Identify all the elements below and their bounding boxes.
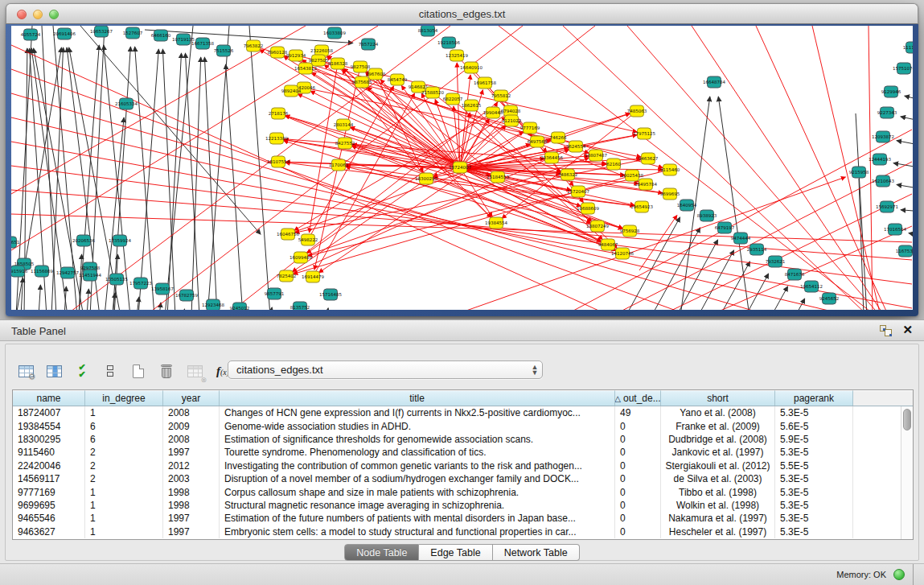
graph-node-label: 10688609 bbox=[577, 206, 599, 211]
graph-node-label: 7857224 bbox=[359, 42, 379, 47]
tab-network-table[interactable]: Network Table bbox=[493, 544, 580, 561]
zoom-button[interactable] bbox=[49, 10, 59, 19]
graph-node-label: 1111234 bbox=[903, 45, 913, 50]
table-toolbar: ⚙ ✔✔ ⊗ f(x) bbox=[17, 359, 242, 383]
graph-node-label: 16099489 bbox=[290, 255, 312, 260]
new-table-icon[interactable] bbox=[129, 361, 147, 381]
column-header-title[interactable]: title bbox=[220, 390, 615, 406]
graph-node-label: 9756928 bbox=[620, 229, 640, 233]
cell-year: 2009 bbox=[163, 419, 220, 432]
table-row[interactable]: 946362711997Embryonic stem cells: a mode… bbox=[13, 525, 913, 538]
table-row[interactable]: 1830029562008Estimation of significance … bbox=[13, 433, 913, 446]
column-header-year[interactable]: year bbox=[163, 390, 220, 406]
graph-node-label: 1527607 bbox=[123, 31, 143, 35]
graph-node-label: 8186328 bbox=[328, 61, 348, 66]
table-row[interactable]: 1872400712008Changes of HCN gene express… bbox=[13, 406, 913, 419]
network-view-frame: 1872400779638228960128891293423226058982… bbox=[6, 24, 918, 316]
table-row[interactable]: 911546021997Tourette syndrome. Phenomeno… bbox=[13, 446, 913, 459]
table-row[interactable]: 1938455462009Genome-wide association stu… bbox=[13, 419, 913, 432]
graph-node-label: 16914479 bbox=[302, 274, 324, 279]
graph-node-label: 10654112 bbox=[800, 284, 823, 289]
network-window: citations_edges.txt 18724007796382289601… bbox=[6, 3, 918, 316]
graph-node-label: 8960128 bbox=[268, 50, 288, 55]
graph-node-label: 16961758 bbox=[474, 80, 496, 85]
tab-edge-table[interactable]: Edge Table bbox=[419, 544, 492, 561]
cell-year: 1997 bbox=[163, 512, 220, 525]
table-row[interactable]: 969969511998Structural magnetic resonanc… bbox=[13, 499, 913, 512]
graph-node-label: 2718176 bbox=[269, 111, 289, 116]
graph-node-label: 19384554 bbox=[485, 220, 507, 225]
table-row[interactable]: 946554611997Estimation of the future num… bbox=[13, 512, 913, 525]
column-header-pagerank[interactable]: pagerank bbox=[775, 390, 853, 406]
memory-status-label: Memory: OK bbox=[836, 570, 886, 579]
graph-node-label: 1170061 bbox=[329, 163, 349, 167]
column-header-short[interactable]: short bbox=[661, 390, 775, 406]
graph-node-label: 7932621 bbox=[766, 259, 786, 264]
cell-short: Yano et al. (2008) bbox=[661, 406, 775, 419]
graph-node-label: 18807249 bbox=[586, 224, 609, 229]
cell-out_de: 0 bbox=[615, 459, 661, 472]
table-row[interactable]: 977716911998Corpus callosum shape and si… bbox=[13, 485, 913, 498]
graph-node-label: 9827505 bbox=[309, 58, 329, 63]
cell-short: Nakamura et al. (1997) bbox=[661, 512, 775, 525]
minimize-button[interactable] bbox=[33, 10, 43, 19]
close-panel-icon[interactable]: ✕ bbox=[902, 323, 913, 336]
graph-node-label: 9777169 bbox=[520, 126, 540, 130]
graph-node-label: 2803144 bbox=[334, 122, 354, 127]
graph-node-label: 1862615 bbox=[462, 103, 482, 108]
column-header-name[interactable]: name bbox=[13, 390, 85, 406]
graph-node-label: 1167533 bbox=[896, 249, 913, 253]
cell-title: Estimation of the future numbers of pati… bbox=[220, 512, 615, 525]
cell-short: Wolkin et al. (1998) bbox=[661, 499, 775, 512]
graph-node-label: 16046756 bbox=[277, 232, 299, 237]
cell-year: 1998 bbox=[163, 499, 220, 512]
graph-node-label: 15751074 bbox=[893, 66, 913, 71]
window-titlebar[interactable]: citations_edges.txt bbox=[6, 3, 918, 24]
cell-short: de Silva et al. (2003) bbox=[661, 472, 775, 485]
graph-node-label: 8471676 bbox=[785, 272, 805, 277]
cell-name: 9465546 bbox=[13, 512, 85, 525]
cell-short: Stergiakouli et al. (2012) bbox=[661, 459, 775, 472]
column-header-out_de[interactable]: △out_de... bbox=[615, 390, 661, 406]
graph-node-label: 17359924 bbox=[109, 238, 131, 243]
table-scrollbar[interactable] bbox=[901, 406, 913, 539]
graph-node-label: 9245012 bbox=[230, 306, 250, 310]
cell-out_de: 0 bbox=[615, 512, 661, 525]
memory-status-indicator[interactable] bbox=[893, 569, 905, 580]
table-panel: Table Panel ✕ ⚙ ✔✔ bbox=[0, 319, 924, 585]
cell-short: Dudbridge et al. (2008) bbox=[661, 433, 775, 446]
graph-node-label: 20206536 bbox=[72, 238, 95, 243]
graph-node-label: 18107554 bbox=[267, 159, 290, 164]
graph-node-label: 8813054 bbox=[418, 28, 438, 33]
cell-out_de: 0 bbox=[615, 433, 661, 446]
graph-node-label: 21605334 bbox=[115, 101, 138, 106]
network-canvas[interactable]: 1872400779638228960128891293423226058982… bbox=[11, 26, 913, 310]
graph-node-label: 20691406 bbox=[53, 31, 76, 36]
table-row[interactable]: 1456911722003Disruption of a novel membe… bbox=[13, 472, 913, 485]
delete-table-icon: ⊗ bbox=[186, 361, 203, 381]
select-columns-icon[interactable] bbox=[45, 361, 63, 381]
float-panel-icon[interactable] bbox=[880, 325, 892, 336]
graph-node-label: 19654923 bbox=[630, 204, 653, 209]
scrollbar-thumb[interactable] bbox=[903, 409, 911, 431]
delete-attributes-icon[interactable] bbox=[158, 361, 175, 381]
table-row[interactable]: 2242004622012Investigating the contribut… bbox=[13, 459, 913, 472]
close-button[interactable] bbox=[17, 10, 27, 19]
cell-year: 2012 bbox=[163, 459, 220, 472]
graph-node-label: 15720407 bbox=[567, 189, 589, 194]
cell-pagerank: 5.3E-5 bbox=[775, 525, 853, 538]
graph-node-label: 9892404 bbox=[281, 89, 302, 93]
column-header-in_degree[interactable]: in_degree bbox=[85, 390, 163, 406]
graph-node-label: 9245652 bbox=[819, 296, 840, 301]
graph-node-label: 8427552 bbox=[335, 141, 355, 146]
table-settings-icon[interactable]: ⚙ bbox=[17, 361, 35, 381]
table-selector-dropdown[interactable]: citations_edges.txt ▲▼ bbox=[228, 360, 543, 379]
row-height-icon[interactable] bbox=[101, 361, 119, 381]
cell-title: Genome-wide association studies in ADHD. bbox=[220, 419, 615, 432]
table-panel-body: ⚙ ✔✔ ⊗ f(x) bbox=[5, 344, 919, 561]
graph-node-label: 16033809 bbox=[323, 31, 346, 35]
cell-title: Investigating the contribution of common… bbox=[220, 459, 615, 472]
graph-node-label: 18300295 bbox=[415, 176, 437, 181]
select-all-icon[interactable]: ✔✔ bbox=[73, 361, 91, 381]
tab-node-table[interactable]: Node Table bbox=[344, 544, 419, 561]
